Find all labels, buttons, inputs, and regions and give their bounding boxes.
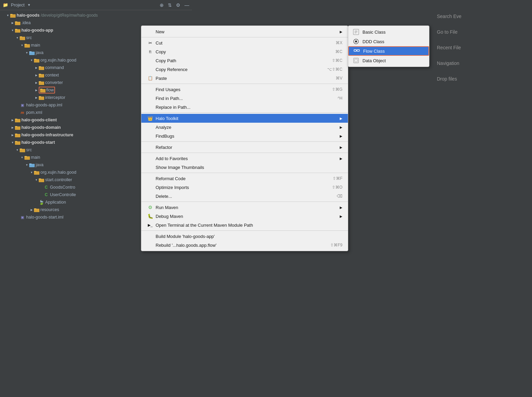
svg-rect-14 [34, 59, 36, 60]
minimize-icon[interactable]: — [184, 2, 189, 8]
submenu-item-ddd-class[interactable]: DDD Class [348, 37, 429, 46]
svg-rect-28 [15, 126, 17, 127]
menu-item-optimize-imports[interactable]: Optimize Imports ⇧⌘O [141, 183, 348, 192]
reformat-shortcut: ⇧⌘F [333, 176, 342, 181]
folder-icon-java-app [29, 50, 35, 55]
svg-rect-51 [354, 50, 356, 51]
label-data-object: Data Object [362, 58, 386, 63]
context-menu: New ▶ ✂ Cut ⌘X ⎘ Copy ⌘C Copy Path ⇧⌘C C… [141, 25, 348, 251]
menu-label-analyze: Analyze [156, 125, 337, 130]
findbugs-arrow: ▶ [340, 134, 342, 138]
menu-item-delete[interactable]: Delete... ⌫ [141, 192, 348, 201]
label-flow-class: Flow Class [363, 49, 385, 54]
menu-item-halo-toolkit[interactable]: 👑 Halo Toolkit ▶ [141, 114, 348, 123]
tree-item-halo-goods[interactable]: halo-goods /develop/gitRep/mw/halo-goods [0, 12, 192, 19]
label-java-start: java [36, 162, 43, 167]
label-halo-goods-infrastructure: halo-goods-infrastructure [21, 133, 73, 137]
arrow-converter [34, 80, 39, 85]
label-halo-goods-app: halo-goods-app [21, 28, 53, 33]
menu-item-find-in-path[interactable]: Find in Path... ^H [141, 94, 348, 103]
menu-label-run-maven: Run Maven [156, 205, 337, 210]
arrow-main-start [20, 155, 24, 160]
label-main-start: main [31, 155, 40, 160]
menu-item-show-thumbnails[interactable]: Show Image Thumbnails [141, 163, 348, 172]
arrow-main-app [20, 43, 24, 48]
submenu-item-data-object[interactable]: Data Object [348, 56, 429, 65]
label-src-app: src [26, 35, 32, 40]
paste-shortcut: ⌘V [336, 76, 342, 81]
svg-rect-6 [15, 29, 17, 30]
folder-icon-src-start [20, 147, 25, 153]
arrow-context [34, 73, 39, 77]
findbugs-icon [147, 133, 154, 139]
menu-item-paste[interactable]: 📋 Paste ⌘V [141, 74, 348, 83]
svg-rect-12 [29, 51, 32, 52]
delete-shortcut: ⌫ [337, 194, 342, 198]
menu-item-copy-reference[interactable]: Copy Reference ⌥⇧⌘C [141, 65, 348, 74]
menu-sep-3 [141, 113, 348, 113]
menu-sep-4 [141, 141, 348, 142]
new-arrow: ▶ [340, 30, 342, 34]
arrow-halo-goods-start [10, 140, 15, 145]
settings-icon[interactable]: ⚙ [176, 2, 180, 8]
arrow-src-app [15, 35, 20, 40]
label-flow: flow [46, 88, 54, 92]
favorites-arrow: ▶ [340, 157, 342, 160]
arrow-command [34, 65, 39, 70]
svg-rect-36 [24, 156, 27, 157]
label-halo-goods-start-iml: halo-goods-start.iml [26, 215, 64, 220]
menu-item-new[interactable]: New ▶ [141, 27, 348, 36]
menu-item-add-favorites[interactable]: Add to Favorites ▶ [141, 154, 348, 163]
label-main-app: main [31, 43, 40, 48]
menu-item-build-module[interactable]: Build Module 'halo-goods-app' [141, 232, 348, 241]
flow-class-icon [353, 47, 360, 55]
locate-icon[interactable]: ⊕ [160, 2, 164, 8]
find-in-path-icon [147, 95, 154, 102]
analyze-arrow: ▶ [340, 125, 342, 129]
arrow-interceptor [34, 95, 39, 100]
arrow-empty-user [39, 192, 43, 197]
svg-rect-34 [20, 149, 22, 150]
project-folder-icon: 📁 [3, 2, 8, 7]
menu-item-copy-path[interactable]: Copy Path ⇧⌘C [141, 56, 348, 65]
menu-item-copy[interactable]: ⎘ Copy ⌘C [141, 47, 348, 56]
menu-sep-2 [141, 84, 348, 84]
menu-label-find-in-path: Find in Path... [156, 96, 324, 101]
label-interceptor: interceptor [45, 95, 65, 100]
delete-icon [147, 193, 154, 200]
svg-rect-38 [29, 163, 32, 165]
menu-label-delete: Delete... [156, 194, 323, 199]
label-java-app: java [36, 50, 43, 55]
folder-icon-halo-goods-start [15, 140, 20, 145]
menu-item-debug-maven[interactable]: 🐛 Debug Maven ▶ [141, 212, 348, 221]
menu-item-findbugs[interactable]: FindBugs ▶ [141, 132, 348, 140]
menu-item-replace-in-path[interactable]: Replace in Path... [141, 103, 348, 111]
arrow-empty-goods [39, 185, 43, 190]
folder-icon-converter [39, 80, 44, 85]
submenu-item-basic-class[interactable]: Basic Class [348, 27, 429, 37]
label-basic-class: Basic Class [362, 30, 386, 35]
arrow-halo-goods-infrastructure [10, 133, 15, 137]
menu-item-open-terminal[interactable]: ▶_ Open Terminal at the Current Maven Mo… [141, 221, 348, 229]
menu-item-cut[interactable]: ✂ Cut ⌘X [141, 38, 348, 47]
arrow-flow [34, 88, 39, 92]
menu-item-refactor[interactable]: Refactor ▶ [141, 143, 348, 152]
folder-icon-org-xujin [34, 57, 39, 63]
menu-item-rebuild[interactable]: Rebuild '...halo.goods.app.flow' ⇧⌘F9 [141, 241, 348, 249]
menu-item-run-maven[interactable]: ⚙ Run Maven ▶ [141, 203, 348, 212]
submenu-item-flow-class[interactable]: Flow Class [348, 46, 429, 56]
menu-item-find-usages[interactable]: Find Usages ⇧⌘G [141, 85, 348, 94]
arrow-halo-goods-domain [10, 125, 15, 130]
menu-label-optimize-imports: Optimize Imports [156, 185, 318, 190]
collapse-icon[interactable]: ⇅ [168, 2, 172, 8]
menu-item-analyze[interactable]: Analyze ▶ [141, 123, 348, 132]
menu-item-reformat[interactable]: Reformat Code ⇧⌘F [141, 174, 348, 183]
search-item-3: Recent File [437, 45, 525, 50]
folder-icon-halo-goods-client [15, 117, 20, 123]
rebuild-shortcut: ⇧⌘F9 [330, 243, 342, 247]
dropdown-arrow[interactable]: ▼ [27, 3, 31, 7]
label-command: command [45, 65, 64, 70]
label-user-controller: UserControlle [50, 192, 76, 197]
thumbnails-icon [147, 164, 154, 171]
refactor-arrow: ▶ [340, 145, 342, 149]
